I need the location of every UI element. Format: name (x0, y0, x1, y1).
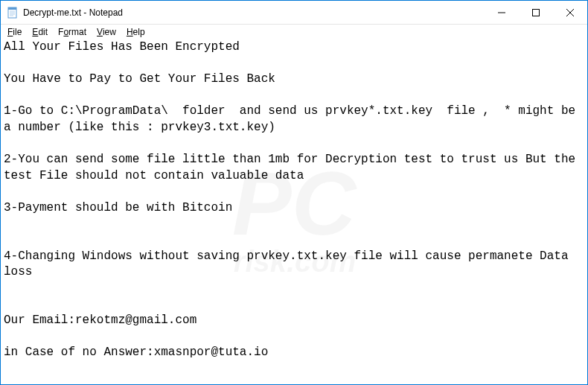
maximize-button[interactable] (519, 1, 553, 24)
menu-help[interactable]: Help (121, 26, 150, 38)
minimize-button[interactable] (485, 1, 519, 24)
menu-view[interactable]: View (92, 26, 121, 38)
menu-format[interactable]: Format (53, 26, 92, 38)
text-line: 4-Changing Windows without saving prvkey… (4, 249, 575, 279)
text-line: 2-You can send some file little than 1mb… (4, 153, 583, 182)
text-line: Our Email:rekotmz@gmail.com (4, 314, 196, 327)
menu-file[interactable]: File (2, 26, 27, 38)
svg-rect-1 (8, 7, 16, 10)
svg-rect-7 (533, 9, 540, 16)
text-area[interactable]: All Your Files Has Been Encrypted You Ha… (1, 39, 587, 384)
menu-edit[interactable]: Edit (27, 26, 53, 38)
window-title: Decrypt-me.txt - Notepad (23, 7, 485, 18)
notepad-window: Decrypt-me.txt - Notepad File Edit Forma… (0, 0, 588, 385)
text-line: All Your Files Has Been Encrypted (4, 40, 240, 54)
text-line: in Case of no Answer:xmasnpor@tuta.io (4, 346, 268, 359)
text-line: 1-Go to C:\ProgramData\ folder and send … (4, 104, 583, 134)
text-line: You Have to Pay to Get Your Files Back (4, 72, 275, 86)
window-controls (485, 1, 587, 24)
text-line: 3-Payment should be with Bitcoin (4, 201, 232, 214)
menubar: File Edit Format View Help (1, 25, 587, 39)
titlebar[interactable]: Decrypt-me.txt - Notepad (1, 1, 587, 25)
notepad-icon (7, 7, 19, 19)
close-button[interactable] (553, 1, 587, 24)
